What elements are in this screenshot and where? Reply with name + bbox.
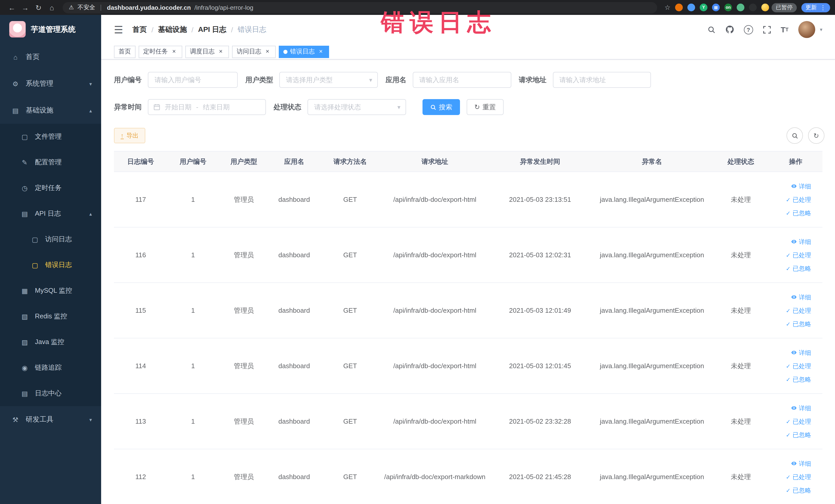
reload-icon[interactable]: ↻ — [32, 3, 45, 12]
mark-ignored-link[interactable]: ✓已忽略 — [770, 317, 811, 330]
tab-error-log[interactable]: 错误日志× — [279, 45, 329, 58]
extension-blue-drop[interactable] — [687, 4, 695, 11]
sidebar-item-基础设施[interactable]: ▤基础设施▴ — [0, 97, 101, 124]
breadcrumb-item[interactable]: 首页 — [133, 25, 147, 34]
chevron-down-icon[interactable]: ▾ — [820, 27, 822, 32]
close-tab-icon[interactable]: × — [170, 48, 178, 55]
date-range-picker[interactable]: 开始日期 - 结束日期 — [148, 99, 266, 115]
search-icon[interactable] — [707, 25, 715, 34]
mark-ignored-link[interactable]: ✓已忽略 — [770, 206, 811, 220]
detail-link[interactable]: 详细 — [770, 180, 811, 193]
reset-button[interactable]: ↻ 重置 — [467, 99, 504, 115]
user-id-input[interactable] — [148, 72, 238, 88]
extension-blue-grid[interactable]: ▦ — [712, 4, 720, 11]
close-tab-icon[interactable]: × — [217, 48, 224, 55]
update-button[interactable]: 更新⋮ — [801, 3, 830, 12]
font-size-icon[interactable]: TT — [780, 25, 789, 34]
column-header: 应用名 — [269, 151, 319, 172]
breadcrumb-item[interactable]: 基础设施 — [158, 25, 187, 34]
mark-ignored-link[interactable]: ✓已忽略 — [770, 262, 811, 275]
user-type-select[interactable] — [279, 72, 378, 88]
github-icon[interactable] — [725, 25, 734, 34]
tab-scheduled-job[interactable]: 定时任务× — [139, 45, 182, 58]
mark-ignored-link[interactable]: ✓已忽略 — [770, 483, 811, 497]
sidebar-item-label: 文件管理 — [35, 132, 62, 141]
detail-link[interactable]: 详细 — [770, 401, 811, 415]
mark-processed-link[interactable]: ✓已处理 — [770, 248, 811, 262]
tab-home[interactable]: 首页 — [114, 45, 136, 58]
detail-link[interactable]: 详细 — [770, 235, 811, 248]
browser-home-icon[interactable]: ⌂ — [45, 3, 59, 12]
sidebar-item-错误日志[interactable]: ▢错误日志 — [0, 252, 101, 278]
detail-link[interactable]: 详细 — [770, 457, 811, 470]
extension-dark-paw[interactable] — [749, 4, 757, 11]
address-bar[interactable]: ⚠ 不安全 dashboard.yudao.iocoder.cn/infra/l… — [63, 2, 657, 13]
mark-processed-link[interactable]: ✓已处理 — [770, 193, 811, 206]
sidebar-item-链路追踪[interactable]: ◉链路追踪 — [0, 355, 101, 381]
search-button[interactable]: 搜索 — [423, 99, 460, 115]
sidebar-item-label: 基础设施 — [26, 106, 54, 115]
chevron-up-icon: ▴ — [89, 107, 92, 113]
extensions-area: Y▦on — [675, 4, 757, 11]
detail-link[interactable]: 详细 — [770, 290, 811, 304]
tab-job-log[interactable]: 调度日志× — [185, 45, 229, 58]
end-date-placeholder[interactable]: 结束日期 — [203, 102, 230, 112]
extension-green-leaf[interactable] — [737, 4, 745, 11]
breadcrumb-item[interactable]: API 日志 — [198, 25, 226, 34]
sidebar-item-定时任务[interactable]: ◷定时任务 — [0, 175, 101, 201]
table-row: 1131管理员dashboardGET/api/infra/db-doc/exp… — [114, 394, 822, 449]
sidebar-item-配置管理[interactable]: ✎配置管理 — [0, 149, 101, 175]
sidebar-item-首页[interactable]: ⌂首页 — [0, 44, 101, 70]
column-header: 操作 — [769, 151, 822, 172]
close-tab-icon[interactable]: × — [317, 48, 324, 55]
browser-menu-icon[interactable]: ⋮ — [820, 4, 826, 11]
tab-access-log[interactable]: 访问日志× — [232, 45, 276, 58]
mark-ignored-link[interactable]: ✓已忽略 — [770, 372, 811, 386]
paused-badge[interactable]: 已暂停 — [772, 3, 797, 12]
sidebar-item-MySQL 监控[interactable]: ▦MySQL 监控 — [0, 278, 101, 303]
logo-image — [9, 21, 26, 38]
mark-processed-link[interactable]: ✓已处理 — [770, 359, 811, 372]
extension-teal-circle[interactable]: Y — [700, 4, 708, 11]
sidebar-item-Redis 监控[interactable]: ▧Redis 监控 — [0, 303, 101, 329]
check-icon: ✓ — [786, 262, 791, 275]
forward-icon[interactable]: → — [19, 3, 32, 12]
mark-ignored-link[interactable]: ✓已忽略 — [770, 428, 811, 441]
log-center-icon: ▤ — [21, 389, 29, 397]
toggle-search-button[interactable] — [787, 127, 803, 144]
hamburger-icon[interactable]: ☰ — [114, 24, 123, 35]
sidebar-item-研发工具[interactable]: ⚒研发工具▾ — [0, 406, 101, 433]
sidebar-item-日志中心[interactable]: ▤日志中心 — [0, 381, 101, 406]
api-log-icon: ▤ — [21, 210, 29, 218]
refresh-table-button[interactable]: ↻ — [808, 127, 824, 144]
process-status-select[interactable] — [307, 99, 406, 115]
detail-link[interactable]: 详细 — [770, 346, 811, 359]
refresh-icon: ↻ — [474, 103, 480, 111]
sidebar-item-访问日志[interactable]: ▢访问日志 — [0, 226, 101, 252]
mark-processed-link[interactable]: ✓已处理 — [770, 415, 811, 428]
app-logo[interactable]: 芋道管理系统 — [0, 15, 101, 44]
extension-on-badge[interactable]: on — [725, 4, 732, 11]
sidebar-item-系统管理[interactable]: ⚙系统管理▾ — [0, 70, 101, 97]
emoji-face-icon[interactable] — [761, 4, 769, 11]
mark-processed-link[interactable]: ✓已处理 — [770, 304, 811, 317]
avatar[interactable] — [798, 21, 815, 38]
bookmark-star-icon[interactable]: ☆ — [665, 4, 670, 11]
mark-processed-link[interactable]: ✓已处理 — [770, 470, 811, 483]
security-label[interactable]: 不安全 — [78, 4, 95, 11]
fullscreen-icon[interactable] — [762, 25, 771, 34]
sidebar: 芋道管理系统 ⌂首页⚙系统管理▾▤基础设施▴▢文件管理✎配置管理◷定时任务▤AP… — [0, 15, 101, 504]
sidebar-item-文件管理[interactable]: ▢文件管理 — [0, 124, 101, 149]
sidebar-item-label: 访问日志 — [45, 235, 72, 244]
extension-orange-circle[interactable] — [675, 4, 683, 11]
export-button[interactable]: ↑ 导出 — [114, 128, 145, 143]
sidebar-item-Java 监控[interactable]: ▨Java 监控 — [0, 329, 101, 355]
back-icon[interactable]: ← — [5, 3, 19, 12]
sidebar-item-API 日志[interactable]: ▤API 日志▴ — [0, 201, 101, 226]
help-icon[interactable]: ? — [744, 25, 753, 34]
request-url-input[interactable] — [553, 72, 651, 88]
close-tab-icon[interactable]: × — [264, 48, 271, 55]
chevron-up-icon: ▴ — [89, 211, 92, 217]
start-date-placeholder[interactable]: 开始日期 — [165, 102, 191, 112]
app-name-input[interactable] — [412, 72, 511, 88]
